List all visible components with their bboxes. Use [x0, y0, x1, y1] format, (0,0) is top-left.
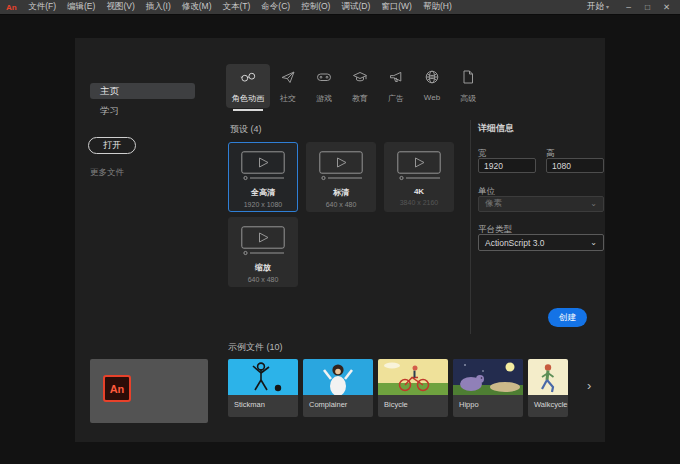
preset-title: 标清	[307, 187, 375, 198]
video-player-icon	[319, 167, 363, 184]
preset-card-4k[interactable]: 4K 3840 x 2160	[384, 142, 454, 212]
bicycle-thumbnail	[378, 359, 448, 395]
preset-card-fullhd[interactable]: 全高清 1920 x 1080	[228, 142, 298, 212]
video-player-icon	[397, 167, 441, 184]
character-glasses-icon	[240, 69, 256, 89]
samples-header: 示例文件 (10)	[228, 341, 283, 354]
details-header: 详细信息	[478, 122, 514, 135]
workspace-start-button[interactable]: 开始▾	[587, 1, 609, 13]
walkcycle-thumbnail	[528, 359, 568, 395]
sample-card-complainer[interactable]: Complainer	[303, 359, 373, 417]
tab-character-animation[interactable]: 角色动画	[226, 64, 270, 108]
menu-bar: An 文件(F) 编辑(E) 视图(V) 插入(I) 修改(M) 文本(T) 命…	[0, 0, 680, 15]
units-dropdown: 像素 ⌄	[478, 196, 604, 212]
width-input[interactable]	[478, 158, 536, 173]
platform-dropdown[interactable]: ActionScript 3.0 ⌄	[478, 234, 604, 251]
more-files-label: 更多文件	[90, 167, 124, 179]
samples-next-button[interactable]: ›	[587, 378, 591, 393]
preset-resolution: 1920 x 1080	[229, 201, 297, 208]
platform-value: ActionScript 3.0	[485, 238, 545, 248]
sample-card-stickman[interactable]: Stickman	[228, 359, 298, 417]
gamepad-icon	[316, 69, 332, 89]
welcome-panel: 主页 学习 打开 更多文件 角色动画 社交	[75, 38, 605, 442]
sample-name: Stickman	[228, 395, 298, 417]
preset-card-sd[interactable]: 标清 640 x 480	[306, 142, 376, 212]
details-divider	[470, 120, 471, 334]
tab-ads[interactable]: 广告	[378, 64, 414, 108]
tab-game[interactable]: 游戏	[306, 64, 342, 108]
menu-text[interactable]: 文本(T)	[217, 1, 256, 13]
height-input[interactable]	[546, 158, 604, 173]
chevron-down-icon: ⌄	[590, 200, 597, 208]
minimize-button[interactable]: –	[619, 2, 638, 12]
tab-label: 教育	[352, 93, 368, 104]
tab-label: 游戏	[316, 93, 332, 104]
preset-title: 全高清	[229, 187, 297, 198]
document-icon	[460, 69, 476, 89]
sidebar-item-home[interactable]: 主页	[90, 83, 195, 99]
menu-edit[interactable]: 编辑(E)	[62, 1, 101, 13]
paper-plane-icon	[280, 69, 296, 89]
graduation-cap-icon	[352, 69, 368, 89]
menu-debug[interactable]: 调试(D)	[336, 1, 376, 13]
sample-name: Complainer	[303, 395, 373, 417]
tab-social[interactable]: 社交	[270, 64, 306, 108]
sample-card-hippo[interactable]: Hippo	[453, 359, 523, 417]
complainer-thumbnail	[303, 359, 373, 395]
tab-label: 角色动画	[232, 93, 264, 104]
preset-title: 缩放	[229, 262, 297, 273]
menu-command[interactable]: 命令(C)	[256, 1, 296, 13]
sample-card-bicycle[interactable]: Bicycle	[378, 359, 448, 417]
tab-education[interactable]: 教育	[342, 64, 378, 108]
chevron-down-icon: ▾	[606, 4, 609, 10]
globe-icon	[424, 69, 440, 89]
preset-title: 4K	[385, 187, 453, 196]
close-button[interactable]: ✕	[657, 2, 676, 12]
megaphone-icon	[388, 69, 404, 89]
sidebar-item-learn[interactable]: 学习	[90, 103, 195, 119]
stickman-thumbnail	[228, 359, 298, 395]
menu-control[interactable]: 控制(O)	[296, 1, 336, 13]
video-player-icon	[241, 167, 285, 184]
menu-file[interactable]: 文件(F)	[23, 1, 62, 13]
tab-label: Web	[424, 93, 440, 102]
video-player-icon	[241, 242, 285, 259]
menu-modify[interactable]: 修改(M)	[176, 1, 217, 13]
menu-window[interactable]: 窗口(W)	[376, 1, 418, 13]
units-value: 像素	[485, 198, 502, 210]
hippo-thumbnail	[453, 359, 523, 395]
tab-label: 社交	[280, 93, 296, 104]
sample-name: Hippo	[453, 395, 523, 417]
open-file-button[interactable]: 打开	[88, 137, 136, 154]
tab-label: 高级	[460, 93, 476, 104]
chevron-down-icon: ⌄	[590, 239, 597, 247]
sample-name: Bicycle	[378, 395, 448, 417]
animate-brand-card: An	[90, 359, 208, 423]
app-window: An 文件(F) 编辑(E) 视图(V) 插入(I) 修改(M) 文本(T) 命…	[0, 0, 680, 464]
preset-resolution: 640 x 480	[307, 201, 375, 208]
create-button[interactable]: 创建	[548, 308, 587, 327]
animate-logo-icon: An	[6, 3, 17, 12]
preset-card-scale[interactable]: 缩放 640 x 480	[228, 217, 298, 287]
maximize-button[interactable]: □	[638, 2, 657, 12]
sample-name: Walkcycle	[528, 395, 568, 417]
tab-label: 广告	[388, 93, 404, 104]
tab-web[interactable]: Web	[414, 64, 450, 108]
sample-card-walkcycle[interactable]: Walkcycle	[528, 359, 568, 417]
menu-view[interactable]: 视图(V)	[101, 1, 140, 13]
menu-insert[interactable]: 插入(I)	[140, 1, 176, 13]
preset-resolution: 3840 x 2160	[385, 199, 453, 206]
presets-header: 预设 (4)	[230, 123, 262, 136]
category-tabs: 角色动画 社交 游戏	[226, 64, 486, 108]
menu-help[interactable]: 帮助(H)	[417, 1, 457, 13]
tab-advanced[interactable]: 高级	[450, 64, 486, 108]
preset-resolution: 640 x 480	[229, 276, 297, 283]
animate-logo-icon: An	[103, 375, 131, 402]
